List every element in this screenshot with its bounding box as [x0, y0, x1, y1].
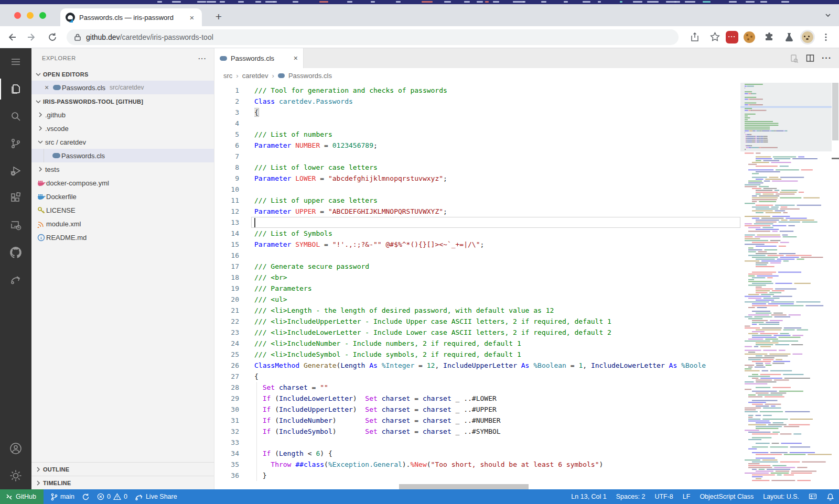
browser-profile-avatar[interactable]	[800, 30, 815, 45]
code-line-27[interactable]: {	[254, 371, 740, 382]
flask-extension-icon[interactable]	[780, 28, 798, 46]
url-bar[interactable]: github.dev/caretdev/iris-passwords-tool	[67, 29, 679, 45]
code-line-4[interactable]	[254, 118, 740, 129]
code-editor[interactable]: 1234567891011121314151617181920212223242…	[214, 83, 839, 489]
code-line-12[interactable]: Parameter UPPER = "ABCDEFGHIJKLMNOPQRSTU…	[254, 206, 740, 217]
code-line-2[interactable]: Class caretdev.Passwords	[254, 96, 740, 107]
browser-menu-kebab-icon[interactable]	[817, 28, 835, 46]
tree-item-module-xml[interactable]: module.xml	[31, 217, 214, 231]
code-lines[interactable]: /// Tool for generation and checks of pa…	[254, 85, 740, 481]
code-line-19[interactable]: /// Parameters	[254, 283, 740, 294]
cursor-position[interactable]: Ln 13, Col 1	[566, 493, 611, 500]
code-line-21[interactable]: /// <li>Length - the length of desired p…	[254, 305, 740, 316]
settings-gear-icon[interactable]	[0, 462, 31, 489]
code-line-36[interactable]: }	[254, 470, 740, 481]
branch-indicator[interactable]: main	[47, 489, 78, 504]
code-line-34[interactable]: If (Length < 6) {	[254, 448, 740, 459]
tree-item-tests[interactable]: tests	[31, 162, 214, 176]
tree-item--vscode[interactable]: .vscode	[31, 122, 214, 135]
breadcrumb-src[interactable]: src	[223, 72, 232, 80]
code-line-5[interactable]: /// List of numbers	[254, 129, 740, 140]
open-editor-item[interactable]: × Passwords.cls src/caretdev	[31, 81, 214, 94]
close-tab-icon[interactable]: ×	[294, 54, 298, 62]
code-line-22[interactable]: /// <li>IncludeUpperLetter - Include Upp…	[254, 316, 740, 327]
code-line-14[interactable]: /// List of Symbols	[254, 228, 740, 239]
back-icon[interactable]	[3, 28, 20, 46]
code-line-25[interactable]: /// <li>IncludeSymbol - Include symbols,…	[254, 349, 740, 360]
code-line-16[interactable]	[254, 250, 740, 261]
code-line-3[interactable]: {	[254, 107, 740, 118]
code-line-35[interactable]: Throw ##class(%Exception.General).%New("…	[254, 459, 740, 470]
code-line-11[interactable]: /// List of upper case letters	[254, 195, 740, 206]
indentation-setting[interactable]: Spaces: 2	[611, 493, 650, 500]
code-line-10[interactable]	[254, 184, 740, 195]
search-icon[interactable]	[0, 103, 31, 130]
tree-item--github[interactable]: .github	[31, 108, 214, 122]
language-mode[interactable]: ObjectScript Class	[695, 493, 758, 500]
extensions-puzzle-icon[interactable]	[760, 28, 778, 46]
code-line-17[interactable]: /// Generate secure password	[254, 261, 740, 272]
tab-search-chevron-icon[interactable]	[824, 12, 832, 19]
workspace-root-section[interactable]: IRIS-PASSWORDS-TOOL [GITHUB]	[31, 95, 214, 108]
reload-icon[interactable]	[44, 28, 61, 46]
code-line-26[interactable]: ClassMethod Generate(Length As %Integer …	[254, 360, 740, 371]
github-icon[interactable]	[0, 239, 31, 266]
live-share-button[interactable]: Live Share	[131, 489, 181, 504]
minimap[interactable]	[740, 83, 832, 489]
breadcrumbs[interactable]: src › caretdev › Passwords.cls	[214, 68, 839, 83]
code-line-24[interactable]: /// <li>IncludeNumber - Include numbers,…	[254, 338, 740, 349]
tree-item-src-caretdev[interactable]: src / caretdev	[31, 135, 214, 149]
tree-item-license[interactable]: LICENSE	[31, 203, 214, 217]
browser-tab[interactable]: Passwords.cls — iris-password ×	[60, 8, 202, 26]
sync-button[interactable]	[78, 489, 93, 504]
code-line-7[interactable]	[254, 151, 740, 162]
zoom-window-button[interactable]	[39, 12, 46, 19]
minimize-window-button[interactable]	[27, 12, 34, 19]
notifications-button[interactable]	[822, 493, 839, 501]
editor-more-actions-icon[interactable]: ···	[822, 53, 832, 63]
tree-item-readme-md[interactable]: README.md	[31, 231, 214, 244]
open-editors-section[interactable]: OPEN EDITORS	[31, 68, 214, 81]
editor-tab[interactable]: Passwords.cls ×	[214, 48, 304, 68]
code-line-15[interactable]: Parameter SYMBOL = "!'.,:;?&-"" @#$%^*()…	[254, 239, 740, 250]
extensions-icon[interactable]	[0, 184, 31, 212]
run-debug-icon[interactable]	[0, 157, 31, 184]
keyboard-layout[interactable]: Layout: U.S.	[758, 493, 804, 500]
code-line-23[interactable]: /// <li>IncludeLowerLetter - Include Low…	[254, 327, 740, 338]
split-editor-icon[interactable]	[806, 54, 814, 62]
breadcrumb-file[interactable]: Passwords.cls	[288, 72, 332, 80]
explorer-files-icon[interactable]	[0, 75, 31, 103]
explorer-more-actions-icon[interactable]: ···	[198, 54, 207, 62]
close-editor-icon[interactable]: ×	[42, 83, 51, 92]
problems-indicator[interactable]: 0 0	[93, 489, 131, 504]
code-line-18[interactable]: /// <br>	[254, 272, 740, 283]
cookie-extension-icon[interactable]	[740, 28, 758, 46]
code-line-8[interactable]: /// List of lower case letters	[254, 162, 740, 173]
remote-indicator[interactable]: GitHub	[0, 489, 44, 504]
eol-setting[interactable]: LF	[678, 493, 695, 500]
code-line-6[interactable]: Parameter NUMBER = 0123456789;	[254, 140, 740, 151]
code-line-32[interactable]: If (IncludeSymbol) Set charset = charset…	[254, 426, 740, 437]
share-icon[interactable]	[686, 28, 704, 46]
code-line-29[interactable]: If (IncludeLowerLetter) Set charset = ch…	[254, 393, 740, 404]
code-line-30[interactable]: If (IncludeUpperLetter) Set charset = ch…	[254, 404, 740, 415]
tree-item-passwords-cls[interactable]: Passwords.cls	[31, 149, 214, 162]
account-icon[interactable]	[0, 435, 31, 462]
horizontal-scrollbar-thumb[interactable]	[399, 484, 529, 489]
outline-section[interactable]: OUTLINE	[31, 462, 214, 476]
close-window-button[interactable]	[14, 12, 21, 19]
vertical-scrollbar-thumb[interactable]	[832, 83, 838, 140]
vertical-scrollbar[interactable]	[832, 83, 839, 489]
breadcrumb-caretdev[interactable]: caretdev	[242, 72, 268, 80]
code-line-9[interactable]: Parameter LOWER = "abcdefghijklmnopqrstu…	[254, 173, 740, 184]
password-manager-extension-icon[interactable]: ···	[726, 31, 738, 43]
code-line-20[interactable]: /// <ul>	[254, 294, 740, 305]
new-tab-button[interactable]: +	[211, 9, 226, 24]
tree-item-docker-compose-yml[interactable]: docker-compose.yml	[31, 176, 214, 190]
code-line-33[interactable]	[254, 437, 740, 448]
forward-icon[interactable]	[23, 28, 41, 46]
tree-item-dockerfile[interactable]: Dockerfile	[31, 190, 214, 203]
bookmark-star-icon[interactable]	[706, 28, 724, 46]
timeline-section[interactable]: TIMELINE	[31, 476, 214, 489]
encoding-setting[interactable]: UTF-8	[650, 493, 677, 500]
